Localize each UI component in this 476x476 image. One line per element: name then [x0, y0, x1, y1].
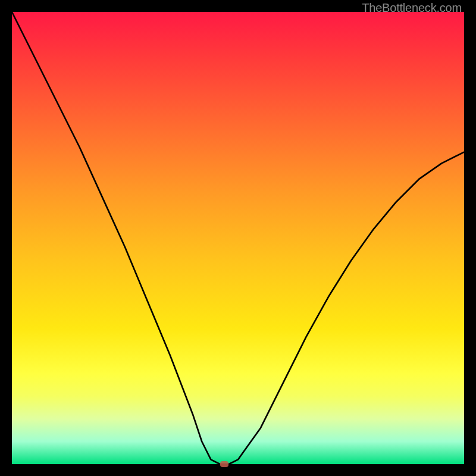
watermark-text: TheBottleneck.com: [362, 1, 462, 15]
chart-gradient-area: [12, 12, 464, 464]
selected-point-marker: [220, 461, 228, 467]
bottleneck-curve: [12, 12, 464, 464]
